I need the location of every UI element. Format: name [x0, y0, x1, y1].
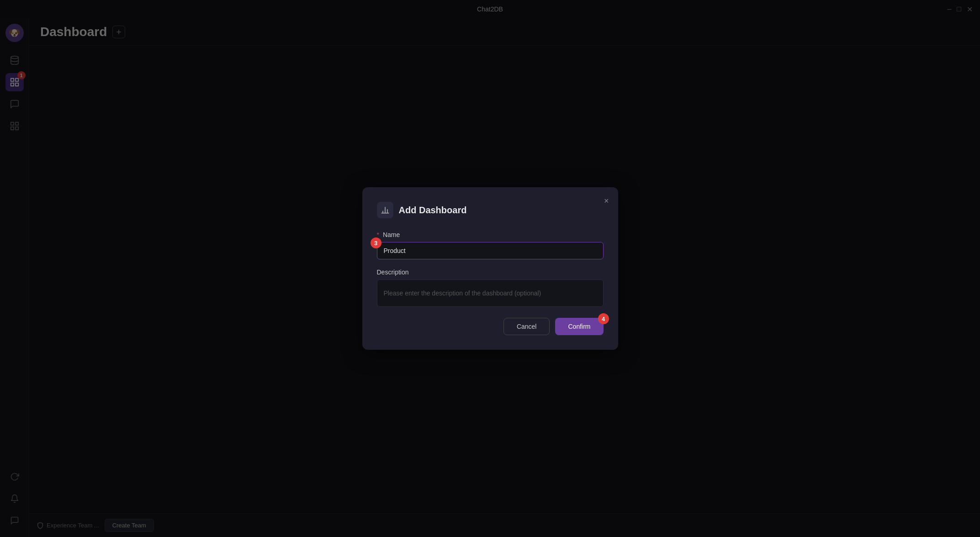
confirm-wrapper: Confirm 4 [555, 318, 603, 335]
confirm-button[interactable]: Confirm [555, 318, 603, 335]
modal: × Add Dashboard * Name 3 Description [362, 187, 618, 350]
modal-title: Add Dashboard [399, 205, 467, 216]
step-3-badge: 3 [371, 237, 381, 248]
step-4-badge: 4 [598, 313, 609, 324]
name-input[interactable] [377, 242, 604, 259]
modal-actions: Cancel Confirm 4 [377, 318, 604, 335]
name-label: * Name [377, 231, 604, 238]
modal-close-button[interactable]: × [604, 196, 609, 206]
name-input-wrapper: 3 [377, 242, 604, 259]
description-input[interactable] [377, 279, 604, 307]
description-label: Description [377, 268, 604, 276]
modal-header: Add Dashboard [377, 202, 604, 218]
name-field-group: * Name 3 [377, 231, 604, 259]
modal-overlay: × Add Dashboard * Name 3 Description [0, 0, 980, 537]
bar-chart-icon [381, 205, 390, 215]
modal-header-icon [377, 202, 393, 218]
description-field-group: Description [377, 268, 604, 307]
cancel-button[interactable]: Cancel [503, 318, 550, 335]
